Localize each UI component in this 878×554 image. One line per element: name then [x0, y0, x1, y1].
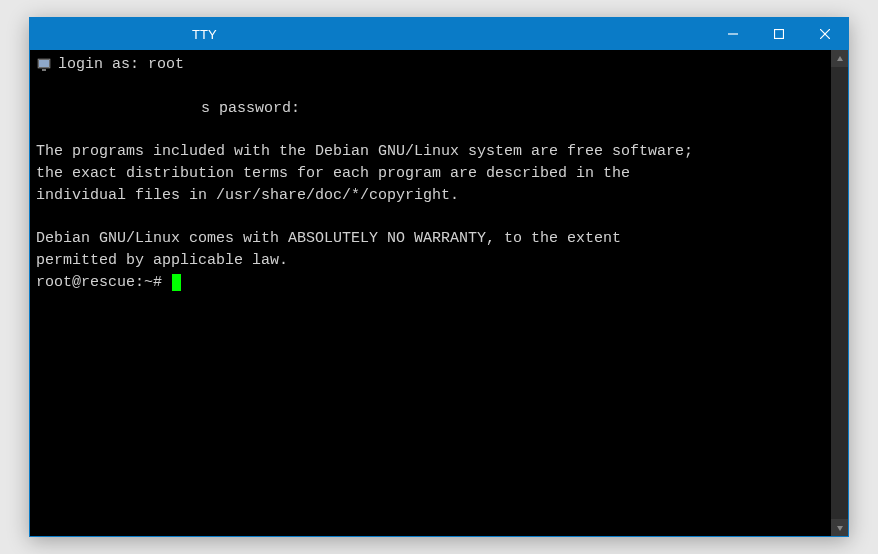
cursor: [172, 274, 181, 291]
svg-rect-6: [42, 69, 46, 71]
titlebar[interactable]: TTY: [30, 18, 848, 50]
chevron-up-icon: [836, 55, 844, 63]
svg-rect-5: [39, 60, 49, 67]
scroll-up-button[interactable]: [831, 50, 848, 67]
terminal-output[interactable]: login as: root s password: The programs …: [30, 50, 831, 536]
motd-line: The programs included with the Debian GN…: [36, 143, 693, 160]
password-prompt-text: s password:: [201, 100, 300, 117]
motd-line: Debian GNU/Linux comes with ABSOLUTELY N…: [36, 230, 621, 247]
motd-line: the exact distribution terms for each pr…: [36, 165, 630, 182]
login-user-text: root: [148, 56, 184, 73]
window-controls: [710, 18, 848, 50]
login-prompt-text: login as:: [58, 56, 139, 73]
minimize-icon: [728, 29, 738, 39]
scroll-down-button[interactable]: [831, 519, 848, 536]
motd-line: individual files in /usr/share/doc/*/cop…: [36, 187, 459, 204]
title-obscured-area: [38, 21, 178, 47]
scrollbar[interactable]: [831, 50, 848, 536]
maximize-button[interactable]: [756, 18, 802, 50]
redacted-host: [36, 98, 201, 120]
terminal-icon: [36, 57, 52, 73]
svg-marker-7: [837, 56, 843, 61]
putty-window: TTY login as: root s password: The progr…: [29, 17, 849, 537]
close-icon: [820, 29, 830, 39]
minimize-button[interactable]: [710, 18, 756, 50]
svg-rect-1: [775, 30, 784, 39]
terminal-area: login as: root s password: The programs …: [30, 50, 848, 536]
motd-line: permitted by applicable law.: [36, 252, 288, 269]
svg-marker-8: [837, 526, 843, 531]
chevron-down-icon: [836, 524, 844, 532]
maximize-icon: [774, 29, 784, 39]
close-button[interactable]: [802, 18, 848, 50]
window-title: TTY: [186, 27, 217, 42]
titlebar-left: TTY: [30, 21, 217, 47]
scroll-track[interactable]: [831, 67, 848, 519]
shell-prompt: root@rescue:~#: [36, 274, 162, 291]
